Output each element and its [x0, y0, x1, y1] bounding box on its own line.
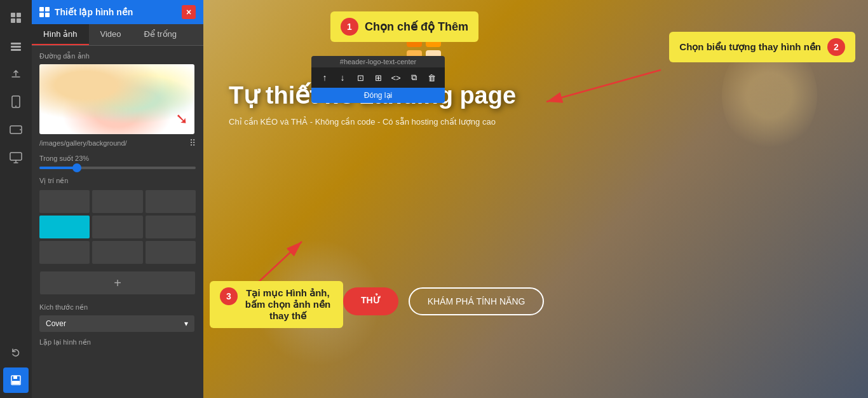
move-down-btn[interactable]: ↓ — [334, 69, 351, 86]
try-btn[interactable]: THỬ — [343, 287, 398, 315]
cta-buttons: THỬ KHÁM PHÁ TÍNH NĂNG — [343, 287, 544, 315]
grid-btn[interactable]: ⊞ — [370, 69, 386, 86]
position-label: Vị trí nền — [39, 177, 196, 185]
tab-empty[interactable]: Để trống — [133, 24, 188, 45]
pos-bot-left[interactable] — [39, 241, 90, 264]
svg-rect-13 — [13, 376, 17, 379]
opacity-label: Trong suốt 23% — [39, 154, 196, 163]
move-up-btn[interactable]: ↑ — [316, 69, 333, 86]
crop-btn[interactable]: ⊡ — [352, 69, 369, 86]
tooltip-step2: Chọn biểu tượng thay hình nền 2 — [669, 32, 855, 62]
explore-btn[interactable]: KHÁM PHÁ TÍNH NĂNG — [409, 287, 545, 315]
pos-mid-right[interactable] — [146, 216, 196, 238]
undo-btn[interactable] — [3, 340, 29, 365]
svg-rect-11 — [10, 153, 22, 160]
copy-btn[interactable]: ⧉ — [405, 69, 422, 86]
svg-rect-6 — [11, 49, 21, 51]
close-element-btn[interactable]: Đóng lại — [311, 88, 445, 103]
chevron-down-icon: ▾ — [184, 319, 188, 328]
pos-bot-right[interactable] — [146, 241, 196, 264]
tab-image[interactable]: Hình ảnh — [32, 24, 89, 45]
icon-sidebar — [0, 0, 32, 398]
background-panel: Thiết lập hình nền × Hình ảnh Video Để t… — [32, 0, 203, 398]
svg-rect-1 — [17, 13, 21, 17]
panel-body: Đường dẫn ảnh ➘ /images/gallery/backgrou… — [32, 46, 203, 353]
tooltip2-text: Chọn biểu tượng thay hình nền — [679, 41, 821, 53]
upload-btn[interactable] — [3, 61, 29, 86]
svg-rect-3 — [17, 18, 21, 23]
opacity-thumb[interactable] — [72, 163, 81, 172]
desktop-btn[interactable] — [3, 145, 29, 170]
svg-rect-0 — [11, 13, 15, 17]
delete-btn[interactable]: 🗑 — [423, 69, 440, 86]
code-btn[interactable]: <> — [388, 69, 404, 86]
food-image — [39, 64, 194, 134]
mobile-btn[interactable] — [3, 89, 29, 114]
pos-add-row: + — [39, 271, 196, 294]
layers-btn[interactable] — [3, 33, 29, 58]
save-btn[interactable] — [3, 367, 29, 393]
svg-point-8 — [15, 106, 17, 107]
element-id-bar: #header-logo-text-center — [311, 56, 445, 67]
pos-mid-left[interactable] — [39, 216, 90, 238]
tooltip3-text: Tại mục Hình ảnh, bấm chọn ảnh nền thay … — [243, 287, 333, 322]
tablet-btn[interactable] — [3, 117, 29, 142]
path-row: /images/gallery/background/ ⠿ — [39, 138, 196, 148]
tab-video[interactable]: Video — [89, 24, 133, 45]
element-toolbar-buttons: ↑ ↓ ⊡ ⊞ <> ⧉ 🗑 — [311, 67, 445, 88]
image-path-text: /images/gallery/background/ — [39, 139, 127, 147]
element-toolbar: #header-logo-text-center ↑ ↓ ⊡ ⊞ <> ⧉ 🗑 … — [311, 56, 445, 103]
svg-rect-16 — [45, 7, 50, 11]
arrow-indicator: ➘ — [175, 110, 188, 128]
panel-tabs: Hình ảnh Video Để trống — [32, 24, 203, 46]
opacity-section: Trong suốt 23% — [39, 154, 196, 169]
image-path-label: Đường dẫn ảnh — [39, 52, 196, 60]
svg-rect-4 — [11, 43, 21, 45]
image-thumbnail[interactable]: ➘ — [39, 64, 194, 134]
pos-mid-center[interactable] — [92, 216, 142, 238]
panel-close-btn[interactable]: × — [182, 5, 196, 19]
panel-title: Thiết lập hình nền — [55, 7, 133, 17]
svg-rect-14 — [12, 381, 20, 384]
position-grid — [39, 190, 196, 264]
svg-rect-17 — [39, 13, 44, 17]
repeat-label: Lặp lại hình nền — [39, 338, 196, 347]
step1-circle: 1 — [341, 18, 358, 36]
pos-top-left[interactable] — [39, 190, 90, 213]
add-section-btn[interactable] — [3, 5, 29, 31]
svg-rect-18 — [45, 13, 50, 17]
size-value: Cover — [46, 319, 66, 328]
svg-rect-5 — [11, 46, 21, 48]
svg-rect-15 — [39, 7, 44, 11]
hero-subtitle: Chỉ cần KÉO và THẢ - Không cần code - Có… — [229, 117, 516, 127]
svg-rect-2 — [11, 18, 15, 23]
svg-point-10 — [20, 129, 21, 130]
pos-top-right[interactable] — [146, 190, 196, 213]
tooltip-step3: 3 Tại mục Hình ảnh, bấm chọn ảnh nền tha… — [210, 281, 343, 328]
opacity-fill — [39, 167, 76, 169]
tooltip1-text: Chọn chế độ Thêm — [365, 20, 468, 34]
main-canvas: Tự thiết kế Landing page Chỉ cần KÉO và … — [203, 0, 868, 398]
size-select[interactable]: Cover ▾ — [39, 315, 194, 332]
pos-bot-center[interactable] — [92, 241, 142, 264]
step2-circle: 2 — [827, 38, 845, 56]
tooltip-step1: 1 Chọn chế độ Thêm — [330, 11, 478, 42]
opacity-track[interactable] — [39, 167, 196, 169]
step3-circle: 3 — [220, 287, 238, 305]
size-label: Kích thước nền — [39, 303, 196, 312]
pos-add-btn[interactable]: + — [40, 271, 195, 294]
grid-icon[interactable]: ⠿ — [189, 138, 196, 148]
panel-header: Thiết lập hình nền × — [32, 0, 203, 24]
pos-top-center[interactable] — [92, 190, 142, 213]
